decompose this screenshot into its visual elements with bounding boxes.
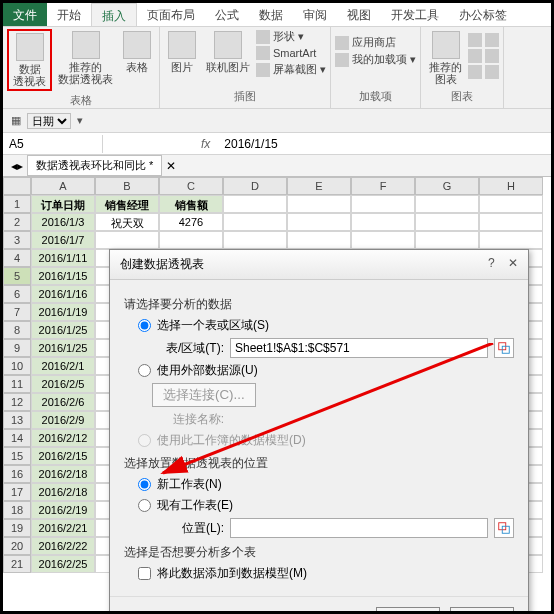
name-box[interactable]: A5 <box>3 135 103 153</box>
col-header[interactable]: H <box>479 177 543 195</box>
date-cell[interactable]: 2016/1/15 <box>31 267 95 285</box>
location-select-icon[interactable] <box>494 518 514 538</box>
chart-icon-5[interactable] <box>468 65 482 79</box>
date-cell[interactable]: 2016/1/19 <box>31 303 95 321</box>
myaddins-button[interactable]: 我的加载项 ▾ <box>335 52 416 67</box>
radio-external[interactable] <box>138 364 151 377</box>
screenshot-button[interactable]: 屏幕截图 ▾ <box>256 62 326 77</box>
col-header[interactable]: F <box>351 177 415 195</box>
cell[interactable] <box>223 231 287 249</box>
help-icon[interactable]: ? <box>488 256 495 270</box>
chart-icon-4[interactable] <box>485 49 499 63</box>
date-cell[interactable]: 2016/2/6 <box>31 393 95 411</box>
cell[interactable]: 4276 <box>159 213 223 231</box>
row-header[interactable]: 17 <box>3 483 31 501</box>
table-header[interactable]: 销售经理 <box>95 195 159 213</box>
radio-new-sheet[interactable] <box>138 478 151 491</box>
date-cell[interactable]: 2016/2/9 <box>31 411 95 429</box>
cell[interactable] <box>287 231 351 249</box>
row-header[interactable]: 7 <box>3 303 31 321</box>
tab-dev[interactable]: 开发工具 <box>381 3 449 26</box>
chart-icon-3[interactable] <box>468 49 482 63</box>
ok-button[interactable]: 确定 <box>376 607 440 614</box>
close-icon[interactable]: ✕ <box>508 256 518 270</box>
col-header[interactable]: E <box>287 177 351 195</box>
row-header[interactable]: 11 <box>3 375 31 393</box>
cell[interactable] <box>287 213 351 231</box>
shapes-button[interactable]: 形状 ▾ <box>256 29 326 44</box>
range-select-icon[interactable] <box>494 338 514 358</box>
tab-review[interactable]: 审阅 <box>293 3 337 26</box>
date-format-select[interactable]: 日期 <box>27 113 71 129</box>
row-header[interactable]: 12 <box>3 393 31 411</box>
chart-icon-1[interactable] <box>468 33 482 47</box>
date-cell[interactable]: 2016/2/1 <box>31 357 95 375</box>
cell[interactable] <box>351 231 415 249</box>
tab-office[interactable]: 办公标签 <box>449 3 517 26</box>
row-header[interactable]: 13 <box>3 411 31 429</box>
tab-file[interactable]: 文件 <box>3 3 47 26</box>
date-cell[interactable]: 2016/2/18 <box>31 483 95 501</box>
cell[interactable] <box>223 213 287 231</box>
date-cell[interactable]: 2016/1/25 <box>31 339 95 357</box>
tab-nav-icon[interactable]: ◂▸ <box>11 159 23 173</box>
smartart-button[interactable]: SmartArt <box>256 46 326 60</box>
chart-icon-2[interactable] <box>485 33 499 47</box>
date-cell[interactable]: 2016/2/5 <box>31 375 95 393</box>
date-cell[interactable]: 2016/1/7 <box>31 231 95 249</box>
row-header[interactable]: 18 <box>3 501 31 519</box>
cancel-button[interactable]: 取消 <box>450 607 514 614</box>
date-cell[interactable]: 2016/2/12 <box>31 429 95 447</box>
range-input[interactable] <box>230 338 488 358</box>
date-cell[interactable]: 2016/2/19 <box>31 501 95 519</box>
col-header[interactable]: B <box>95 177 159 195</box>
pivot-table-button[interactable]: 数据 透视表 <box>7 29 52 91</box>
store-button[interactable]: 应用商店 <box>335 35 416 50</box>
date-cell[interactable]: 2016/1/25 <box>31 321 95 339</box>
date-cell[interactable]: 2016/2/22 <box>31 537 95 555</box>
col-header[interactable]: A <box>31 177 95 195</box>
row-header[interactable]: 21 <box>3 555 31 573</box>
date-cell[interactable]: 2016/1/16 <box>31 285 95 303</box>
row-header[interactable]: 14 <box>3 429 31 447</box>
tab-home[interactable]: 开始 <box>47 3 91 26</box>
row-header[interactable]: 8 <box>3 321 31 339</box>
close-tab-icon[interactable]: ✕ <box>166 159 176 173</box>
cell[interactable] <box>479 213 543 231</box>
table-header[interactable]: 销售额 <box>159 195 223 213</box>
online-picture-button[interactable]: 联机图片 <box>202 29 254 75</box>
radio-existing-sheet[interactable] <box>138 499 151 512</box>
table-header[interactable]: 订单日期 <box>31 195 95 213</box>
tab-formula[interactable]: 公式 <box>205 3 249 26</box>
chart-icon-6[interactable] <box>485 65 499 79</box>
row-header[interactable]: 6 <box>3 285 31 303</box>
col-header[interactable]: C <box>159 177 223 195</box>
cell[interactable]: 祝天双 <box>95 213 159 231</box>
cell[interactable] <box>95 231 159 249</box>
row-header[interactable]: 19 <box>3 519 31 537</box>
row-header[interactable]: 10 <box>3 357 31 375</box>
location-input[interactable] <box>230 518 488 538</box>
date-cell[interactable]: 2016/2/25 <box>31 555 95 573</box>
row-header[interactable]: 1 <box>3 195 31 213</box>
tab-view[interactable]: 视图 <box>337 3 381 26</box>
tab-insert[interactable]: 插入 <box>91 3 137 26</box>
formula-value[interactable]: 2016/1/15 <box>218 137 283 151</box>
col-header[interactable]: G <box>415 177 479 195</box>
cell[interactable] <box>415 231 479 249</box>
row-header[interactable]: 2 <box>3 213 31 231</box>
cell[interactable] <box>351 213 415 231</box>
cell[interactable] <box>159 231 223 249</box>
checkbox-add-model[interactable] <box>138 567 151 580</box>
picture-button[interactable]: 图片 <box>164 29 200 75</box>
row-header[interactable]: 5 <box>3 267 31 285</box>
sheet-tab[interactable]: 数据透视表环比和同比 * <box>27 155 162 176</box>
col-header[interactable]: D <box>223 177 287 195</box>
date-cell[interactable]: 2016/1/11 <box>31 249 95 267</box>
cell[interactable] <box>415 213 479 231</box>
date-cell[interactable]: 2016/2/15 <box>31 447 95 465</box>
row-header[interactable]: 3 <box>3 231 31 249</box>
radio-select-range[interactable] <box>138 319 151 332</box>
row-header[interactable]: 9 <box>3 339 31 357</box>
tab-data[interactable]: 数据 <box>249 3 293 26</box>
